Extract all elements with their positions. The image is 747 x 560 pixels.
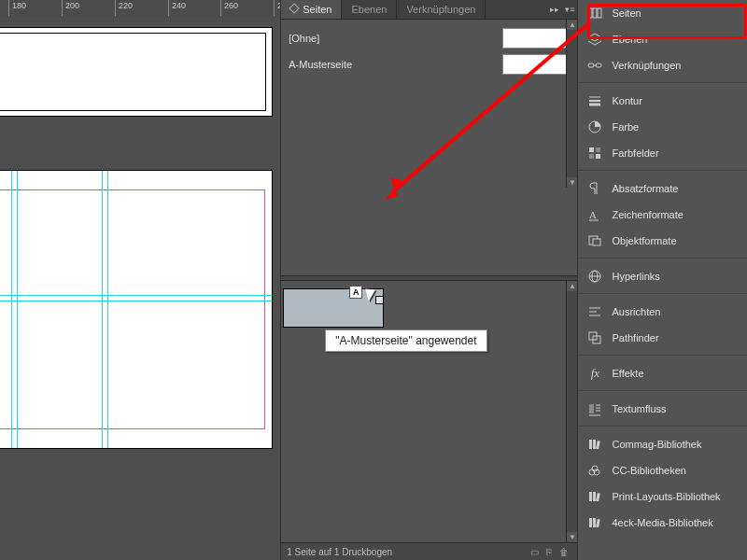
svg-rect-14 [596, 154, 600, 159]
master-pages-list: [Ohne] A-Musterseite ▲ ▼ [281, 20, 577, 184]
scroll-up-icon[interactable]: ▲ [567, 281, 577, 291]
page-thumb-above [0, 27, 273, 117]
library-icon [587, 515, 602, 530]
sidebar-item-print-layouts-bibliothek[interactable]: Print-Layouts-Bibliothek [578, 483, 747, 510]
svg-rect-11 [589, 147, 594, 152]
color-icon [587, 119, 602, 134]
master-badge: A [349, 286, 362, 299]
pages-panel[interactable]: Seiten Ebenen Verknüpfungen ▸▸ ▾≡ [Ohne]… [280, 0, 578, 560]
pathfinder-icon [587, 330, 602, 345]
tab-links[interactable]: Verknüpfungen [397, 0, 486, 19]
svg-rect-42 [593, 518, 596, 527]
sidebar-item-commag-bibliothek[interactable]: Commag-Bibliothek [578, 431, 747, 457]
svg-rect-1 [593, 8, 597, 18]
panel-dock: Seiten Ebenen Verknüpfungen Kontur Farbe… [578, 0, 747, 560]
page-1-thumb[interactable]: A [283, 288, 384, 328]
pages-panel-status: 1 Seite auf 1 Druckbogen ▭ ⎘ 🗑 [281, 542, 577, 560]
svg-rect-40 [597, 493, 601, 501]
cc-libraries-icon [587, 463, 602, 478]
layers-icon [587, 32, 602, 47]
delete-page-icon[interactable]: 🗑 [557, 547, 571, 557]
svg-rect-2 [598, 8, 601, 18]
swatches-icon [587, 146, 602, 161]
stroke-icon [587, 93, 602, 108]
sidebar-item-ebenen[interactable]: Ebenen [578, 26, 747, 52]
sidebar-item-farbe[interactable]: Farbe [578, 114, 747, 140]
document-canvas[interactable] [0, 0, 280, 560]
svg-marker-3 [588, 34, 601, 41]
master-none-row[interactable]: [Ohne] [289, 25, 570, 51]
master-none-thumb[interactable] [502, 28, 570, 49]
effects-icon: fx [587, 366, 602, 381]
sidebar-item-objektformate[interactable]: Objektformate [578, 228, 747, 254]
page-current[interactable] [0, 170, 273, 449]
sidebar-item-farbfelder[interactable]: Farbfelder [578, 140, 747, 166]
master-a-row[interactable]: A-Musterseite [289, 51, 570, 77]
pages-icon [587, 6, 602, 21]
svg-rect-39 [593, 492, 596, 501]
sidebar-item-verknuepfungen[interactable]: Verknüpfungen [578, 52, 747, 78]
svg-text:A: A [589, 209, 597, 220]
master-a-thumb[interactable] [502, 54, 570, 75]
svg-rect-33 [593, 440, 596, 449]
svg-rect-43 [597, 519, 601, 527]
svg-rect-34 [597, 441, 601, 449]
library-icon [587, 489, 602, 504]
panel-menu-icon[interactable]: ▾≡ [562, 0, 577, 19]
sidebar-item-pathfinder[interactable]: Pathfinder [578, 325, 747, 351]
scroll-down-icon[interactable]: ▼ [567, 532, 577, 542]
svg-rect-13 [589, 154, 594, 159]
edit-page-size-icon[interactable]: ▭ [527, 547, 542, 557]
sidebar-item-cc-bibliotheken[interactable]: CC-Bibliotheken [578, 457, 747, 483]
sidebar-item-hyperlinks[interactable]: Hyperlinks [578, 263, 747, 289]
links-icon [587, 58, 602, 73]
svg-rect-41 [589, 518, 592, 527]
sidebar-item-seiten[interactable]: Seiten [578, 0, 747, 26]
sidebar-item-4eck-media-bibliothek[interactable]: 4eck-Media-Bibliothek [578, 510, 747, 536]
svg-rect-32 [589, 440, 592, 449]
sidebar-item-ausrichten[interactable]: Ausrichten [578, 299, 747, 325]
paragraph-styles-icon [587, 181, 602, 196]
svg-rect-27 [589, 404, 594, 413]
tab-layers[interactable]: Ebenen [342, 0, 397, 19]
svg-rect-38 [589, 492, 592, 501]
panel-collapse-icon[interactable]: ▸▸ [547, 0, 562, 19]
align-icon [587, 304, 602, 319]
library-icon [587, 437, 602, 452]
object-styles-icon [587, 233, 602, 248]
character-styles-icon: A [587, 207, 602, 222]
new-page-icon[interactable]: ⎘ [542, 547, 557, 557]
scroll-up-icon[interactable]: ▲ [567, 20, 577, 30]
hyperlinks-icon [587, 269, 602, 284]
svg-rect-12 [596, 147, 600, 152]
sidebar-item-zeichenformate[interactable]: A Zeichenformate [578, 202, 747, 228]
sidebar-item-absatzformate[interactable]: Absatzformate [578, 175, 747, 202]
horizontal-ruler[interactable] [0, 0, 280, 17]
sidebar-item-effekte[interactable]: fx Effekte [578, 360, 747, 386]
sidebar-item-kontur[interactable]: Kontur [578, 88, 747, 114]
svg-rect-18 [593, 239, 600, 245]
tab-pages[interactable]: Seiten [281, 0, 342, 19]
sidebar-item-textumfluss[interactable]: Textumfluss [578, 396, 747, 422]
document-pages-list[interactable]: A "A-Musterseite" angewendet ▲ ▼ [281, 281, 577, 542]
scroll-down-icon[interactable]: ▼ [567, 177, 577, 188]
svg-rect-0 [588, 8, 592, 18]
text-wrap-icon [587, 401, 602, 416]
tooltip: "A-Musterseite" angewendet [325, 329, 486, 352]
